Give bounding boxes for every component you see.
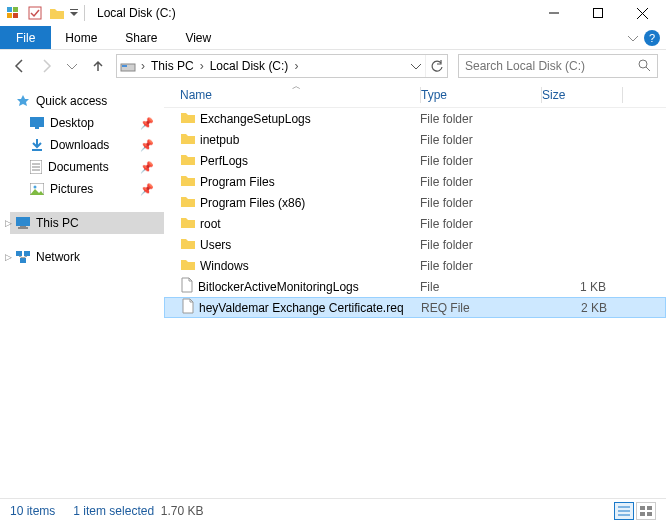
tab-share[interactable]: Share xyxy=(111,26,171,49)
search-box[interactable] xyxy=(458,54,658,78)
file-type: File folder xyxy=(420,217,540,231)
sidebar-item-label: Downloads xyxy=(50,138,109,152)
sidebar-desktop[interactable]: Desktop 📌 xyxy=(10,112,164,134)
pin-icon[interactable]: 📌 xyxy=(140,161,154,174)
qat-properties-icon[interactable] xyxy=(2,2,24,24)
tab-file[interactable]: File xyxy=(0,26,51,49)
sidebar-network[interactable]: ▷ Network xyxy=(10,246,164,268)
folder-icon xyxy=(180,131,196,148)
rows-container: ExchangeSetupLogsFile folderinetpubFile … xyxy=(164,108,666,498)
search-input[interactable] xyxy=(465,59,637,73)
file-size: 2 KB xyxy=(541,301,621,315)
sidebar-documents[interactable]: Documents 📌 xyxy=(10,156,164,178)
file-type: File folder xyxy=(420,112,540,126)
file-name: BitlockerActiveMonitoringLogs xyxy=(198,280,359,294)
svg-rect-25 xyxy=(18,227,28,229)
list-item[interactable]: BitlockerActiveMonitoringLogsFile1 KB xyxy=(164,276,666,297)
file-type: File folder xyxy=(420,196,540,210)
search-icon[interactable] xyxy=(637,58,651,75)
minimize-button[interactable] xyxy=(532,0,576,26)
file-type: File folder xyxy=(420,175,540,189)
svg-rect-15 xyxy=(35,127,39,129)
column-separator[interactable] xyxy=(622,87,623,103)
pin-icon[interactable]: 📌 xyxy=(140,139,154,152)
file-type: File folder xyxy=(420,154,540,168)
file-name: heyValdemar Exchange Certificate.req xyxy=(199,301,404,315)
list-item[interactable]: ExchangeSetupLogsFile folder xyxy=(164,108,666,129)
svg-point-22 xyxy=(34,186,37,189)
svg-rect-35 xyxy=(647,506,652,510)
sidebar-downloads[interactable]: Downloads 📌 xyxy=(10,134,164,156)
recent-dropdown[interactable] xyxy=(60,54,84,78)
chevron-right-icon[interactable]: › xyxy=(139,59,147,73)
folder-icon xyxy=(180,110,196,127)
column-type[interactable]: Type xyxy=(421,88,541,102)
qat-checkbox-icon[interactable] xyxy=(24,2,46,24)
drive-icon xyxy=(117,59,139,73)
help-button[interactable]: ? xyxy=(644,30,660,46)
list-item[interactable]: Program Files (x86)File folder xyxy=(164,192,666,213)
chevron-right-icon[interactable]: › xyxy=(198,59,206,73)
column-size[interactable]: Size xyxy=(542,88,622,102)
folder-icon xyxy=(180,257,196,274)
file-name: Program Files (x86) xyxy=(200,196,305,210)
list-item[interactable]: UsersFile folder xyxy=(164,234,666,255)
tab-view[interactable]: View xyxy=(171,26,225,49)
file-type: File folder xyxy=(420,259,540,273)
svg-rect-4 xyxy=(29,7,41,19)
folder-icon xyxy=(180,215,196,232)
expand-icon[interactable]: ▷ xyxy=(5,252,12,262)
forward-button[interactable] xyxy=(34,54,58,78)
ribbon-expand-icon[interactable] xyxy=(624,26,642,49)
svg-rect-1 xyxy=(13,7,18,12)
svg-line-29 xyxy=(19,256,23,258)
view-details-button[interactable] xyxy=(614,502,634,520)
network-icon xyxy=(16,251,30,263)
up-button[interactable] xyxy=(86,54,110,78)
file-type: File xyxy=(420,280,540,294)
file-name: Users xyxy=(200,238,231,252)
qat-folder-icon[interactable] xyxy=(46,2,68,24)
sidebar-pictures[interactable]: Pictures 📌 xyxy=(10,178,164,200)
documents-icon xyxy=(30,160,42,174)
pictures-icon xyxy=(30,183,44,195)
back-button[interactable] xyxy=(8,54,32,78)
sidebar-item-label: This PC xyxy=(36,216,79,230)
list-item[interactable]: heyValdemar Exchange Certificate.reqREQ … xyxy=(164,297,666,318)
svg-rect-34 xyxy=(640,506,645,510)
file-name: PerfLogs xyxy=(200,154,248,168)
pin-icon[interactable]: 📌 xyxy=(140,183,154,196)
file-size: 1 KB xyxy=(540,280,620,294)
file-name: Windows xyxy=(200,259,249,273)
pin-icon[interactable]: 📌 xyxy=(140,117,154,130)
chevron-right-icon[interactable]: › xyxy=(292,59,300,73)
view-large-button[interactable] xyxy=(636,502,656,520)
file-list: ︿ Name Type Size ExchangeSetupLogsFile f… xyxy=(164,82,666,498)
svg-rect-11 xyxy=(122,65,127,67)
sidebar-item-label: Desktop xyxy=(50,116,94,130)
close-button[interactable] xyxy=(620,0,664,26)
star-icon xyxy=(16,94,30,108)
sidebar-quick-access[interactable]: Quick access xyxy=(10,90,164,112)
list-item[interactable]: rootFile folder xyxy=(164,213,666,234)
svg-rect-28 xyxy=(20,258,26,263)
nav-toolbar: › This PC › Local Disk (C:) › xyxy=(0,50,666,82)
breadcrumb-thispc[interactable]: This PC xyxy=(147,59,198,73)
list-item[interactable]: Program FilesFile folder xyxy=(164,171,666,192)
expand-icon[interactable]: ▷ xyxy=(5,218,12,228)
computer-icon xyxy=(16,217,30,229)
tab-home[interactable]: Home xyxy=(51,26,111,49)
breadcrumb-drive[interactable]: Local Disk (C:) xyxy=(206,59,293,73)
sidebar-item-label: Pictures xyxy=(50,182,93,196)
refresh-button[interactable] xyxy=(425,55,447,77)
list-item[interactable]: WindowsFile folder xyxy=(164,255,666,276)
sidebar-this-pc[interactable]: ▷ This PC xyxy=(10,212,164,234)
qat-dropdown-icon[interactable] xyxy=(68,2,80,24)
svg-rect-2 xyxy=(7,13,12,18)
list-item[interactable]: inetpubFile folder xyxy=(164,129,666,150)
file-type: File folder xyxy=(420,238,540,252)
list-item[interactable]: PerfLogsFile folder xyxy=(164,150,666,171)
address-dropdown[interactable] xyxy=(407,61,425,71)
address-bar[interactable]: › This PC › Local Disk (C:) › xyxy=(116,54,448,78)
maximize-button[interactable] xyxy=(576,0,620,26)
